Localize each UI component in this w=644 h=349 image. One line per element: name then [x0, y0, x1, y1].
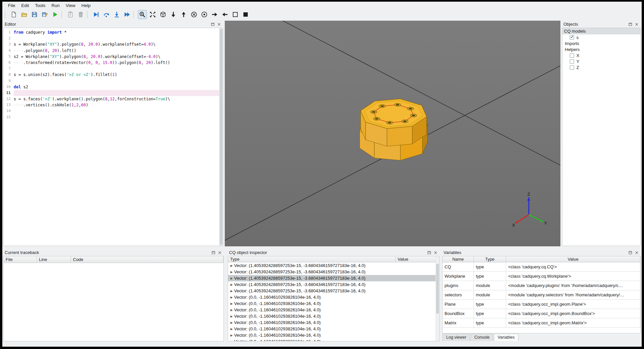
- expand-arrow-icon[interactable]: ▶: [229, 289, 234, 293]
- new-script-button[interactable]: [9, 10, 18, 19]
- code-line-1[interactable]: 1from cadquery import *: [4, 29, 223, 35]
- code-line-13[interactable]: 13····.vertices().cskHole(1,2,60): [4, 102, 223, 108]
- inspector-row[interactable]: ▶Vector: (0.0, -1.1604610293826104e-16, …: [228, 307, 439, 313]
- code-line-8[interactable]: 8s = s.union(s2).faces('>Z or <Z').fille…: [4, 72, 223, 78]
- variables-col-value[interactable]: Value: [506, 256, 640, 262]
- float-panel-icon[interactable]: [628, 22, 633, 27]
- code-line-4[interactable]: 4····.polygon(8, 20).loft(): [4, 48, 223, 54]
- tab-variables[interactable]: Variables: [494, 334, 518, 341]
- expand-arrow-icon[interactable]: ▶: [229, 296, 234, 299]
- expand-arrow-icon[interactable]: ▶: [229, 327, 234, 331]
- objects-item-y[interactable]: Y: [562, 58, 640, 64]
- objects-item-z[interactable]: Z: [562, 64, 640, 70]
- float-panel-icon[interactable]: [210, 22, 215, 27]
- objects-item-x[interactable]: X: [562, 52, 640, 58]
- variables-col-name[interactable]: Name: [443, 256, 474, 262]
- expand-arrow-icon[interactable]: ▶: [229, 308, 234, 312]
- delete-button[interactable]: [76, 10, 85, 19]
- inspector-row[interactable]: ▶Vector: (0.0, -1.1604610293826104e-16, …: [228, 332, 439, 338]
- objects-item-s[interactable]: s: [562, 34, 640, 40]
- inspector-col-value[interactable]: Value: [396, 256, 439, 262]
- front-view-button[interactable]: [200, 10, 209, 19]
- code-area[interactable]: 1from cadquery import *23s = Workplane("…: [4, 28, 223, 120]
- expand-arrow-icon[interactable]: ▶: [229, 321, 234, 324]
- bottom-view-button[interactable]: [169, 10, 178, 19]
- continue-button[interactable]: [123, 10, 132, 19]
- expand-arrow-icon[interactable]: ▶: [229, 283, 234, 286]
- variable-row-plane[interactable]: Planetype<class 'cadquery.occ_impl.geom.…: [443, 300, 640, 309]
- code-line-6[interactable]: 6····.transformed(rotate=Vector(0, 0, 15…: [4, 60, 223, 66]
- close-panel-icon[interactable]: [216, 22, 222, 27]
- open-button[interactable]: [20, 10, 29, 19]
- code-line-3[interactable]: 3s = Workplane("XY").polygon(8, 20.0).wo…: [4, 41, 223, 47]
- traceback-col-file[interactable]: File: [4, 256, 37, 263]
- menu-view[interactable]: View: [63, 2, 78, 9]
- shaded-view-button[interactable]: [241, 10, 250, 19]
- objects-item-helpers[interactable]: Helpers: [562, 46, 640, 52]
- step-into-button[interactable]: [112, 10, 121, 19]
- inspector-row[interactable]: ▶Vector: (1.4053924288597253e-15, -3.680…: [228, 262, 439, 269]
- code-line-12[interactable]: 12s = s.faces('>Z').workplane().polygon(…: [4, 96, 223, 102]
- expand-arrow-icon[interactable]: ▶: [229, 340, 234, 342]
- inspector-row[interactable]: ▶Vector: (0.0, -1.1604610293826104e-16, …: [228, 319, 439, 326]
- variable-row-matrix[interactable]: Matrixtype<class 'cadquery.occ_impl.geom…: [443, 318, 640, 328]
- checkbox-z[interactable]: [570, 65, 574, 70]
- menu-run[interactable]: Run: [49, 2, 63, 9]
- code-line-2[interactable]: 2: [4, 35, 223, 41]
- inspector-row[interactable]: ▶Vector: (1.4053924288597253e-15, -3.680…: [228, 281, 439, 288]
- inspector-row[interactable]: ▶Vector: (1.4053924288597253e-15, -3.680…: [228, 269, 439, 275]
- code-line-7[interactable]: 7: [4, 66, 223, 72]
- inspector-row[interactable]: ▶Vector: (0.0, -1.1604610293826104e-16, …: [228, 300, 439, 307]
- debug-button[interactable]: [92, 10, 101, 19]
- inspector-row[interactable]: ▶Vector: (0.0, -1.1604610293826104e-16, …: [228, 338, 439, 341]
- expand-arrow-icon[interactable]: ▶: [229, 334, 234, 337]
- variable-row-boundbox[interactable]: BoundBoxtype<class 'cadquery.occ_impl.ge…: [443, 309, 640, 318]
- expand-arrow-icon[interactable]: ▶: [229, 302, 234, 305]
- code-line-15[interactable]: 15: [4, 114, 223, 120]
- float-panel-icon[interactable]: [427, 250, 432, 255]
- step-over-button[interactable]: [102, 10, 111, 19]
- expand-arrow-icon[interactable]: ▶: [229, 270, 234, 274]
- code-line-14[interactable]: 14: [4, 108, 223, 114]
- code-line-5[interactable]: 5s2 = Workplane("XY").polygon(8, 20.0).w…: [4, 54, 223, 60]
- code-editor[interactable]: 1from cadquery import *23s = Workplane("…: [3, 28, 223, 246]
- expand-arrow-icon[interactable]: ▶: [229, 315, 234, 318]
- inspector-scrollbar-handle[interactable]: [436, 264, 439, 314]
- menu-edit[interactable]: Edit: [18, 2, 32, 9]
- inspector-row[interactable]: ▶Vector: (1.4053924288597253e-15, -3.680…: [228, 275, 439, 281]
- variables-col-type[interactable]: Type: [474, 256, 506, 262]
- fit-all-button[interactable]: [148, 10, 157, 19]
- inspector-row[interactable]: ▶Vector: (0.0, -1.1604610293826104e-16, …: [228, 313, 439, 319]
- inspector-row[interactable]: ▶Vector: (0.0, -1.1604610293826104e-16, …: [228, 326, 439, 332]
- left-view-button[interactable]: [220, 10, 229, 19]
- editor-scrollbar-handle[interactable]: [220, 29, 222, 245]
- variable-row-workplane[interactable]: Workplanetype<class 'cadquery.cq.Workpla…: [443, 272, 640, 281]
- inspector-row[interactable]: ▶Vector: (1.4053924288597253e-15, -3.680…: [228, 288, 439, 294]
- variable-row-cq[interactable]: CQtype<class 'cadquery.cq.CQ'>: [443, 262, 640, 272]
- checkbox-y[interactable]: [570, 59, 574, 64]
- inspector-row[interactable]: ▶Vector: (0.0, -1.1604610293826104e-16, …: [228, 294, 439, 300]
- menu-help[interactable]: Help: [78, 2, 94, 9]
- float-panel-icon[interactable]: [211, 250, 216, 255]
- menu-file[interactable]: File: [5, 2, 18, 9]
- render-button[interactable]: [51, 10, 60, 19]
- iso-view-button[interactable]: [159, 10, 167, 19]
- tab-console[interactable]: Console: [471, 334, 493, 341]
- objects-item-imports[interactable]: Imports: [562, 40, 640, 46]
- traceback-col-line[interactable]: Line: [37, 256, 71, 263]
- close-panel-icon[interactable]: [433, 250, 438, 255]
- tab-log-viewer[interactable]: Log viewer: [443, 334, 470, 341]
- save-button[interactable]: [30, 10, 39, 19]
- save-as-button[interactable]: [40, 10, 49, 19]
- close-panel-icon[interactable]: [634, 22, 639, 27]
- editor-scrollbar[interactable]: [219, 28, 223, 246]
- traceback-col-code[interactable]: Code: [71, 256, 223, 263]
- checkbox-x[interactable]: [570, 53, 574, 58]
- inspector-scrollbar[interactable]: [436, 256, 439, 341]
- zoom-to-fit-button[interactable]: [138, 10, 147, 19]
- close-panel-icon[interactable]: [634, 250, 639, 255]
- expand-arrow-icon[interactable]: ▶: [229, 277, 234, 280]
- 3d-viewport[interactable]: XYZ: [225, 21, 560, 246]
- wireframe-view-button[interactable]: [231, 10, 240, 19]
- float-panel-icon[interactable]: [628, 250, 633, 255]
